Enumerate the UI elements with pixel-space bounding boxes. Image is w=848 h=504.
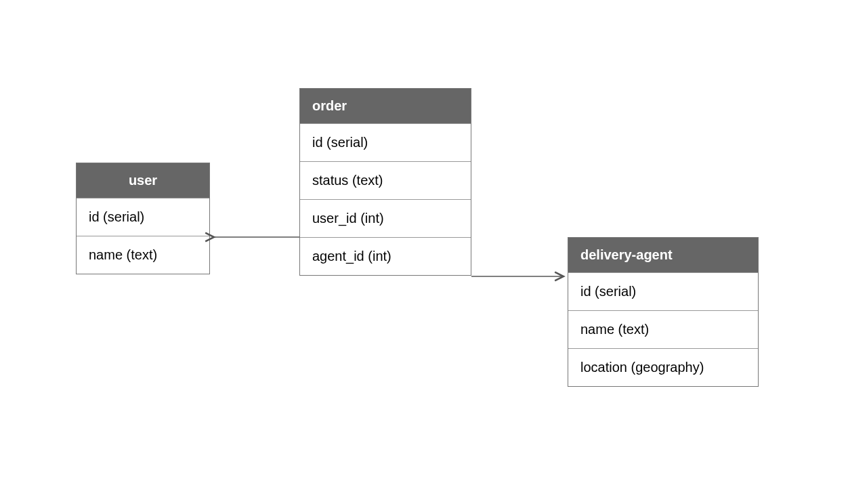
entity-user-field-name: name (text) bbox=[77, 236, 209, 274]
entity-delivery-agent-field-id: id (serial) bbox=[568, 272, 758, 310]
entity-user-field-id: id (serial) bbox=[77, 198, 209, 236]
entity-order-field-status: status (text) bbox=[300, 161, 471, 199]
entity-order-field-agent-id: agent_id (int) bbox=[300, 237, 471, 275]
entity-delivery-agent-field-name: name (text) bbox=[568, 310, 758, 348]
entity-user: user id (serial) name (text) bbox=[76, 163, 210, 274]
entity-order-field-id: id (serial) bbox=[300, 123, 471, 161]
entity-delivery-agent-header: delivery-agent bbox=[568, 238, 758, 272]
er-diagram-canvas: user id (serial) name (text) order id (s… bbox=[0, 0, 848, 504]
entity-delivery-agent: delivery-agent id (serial) name (text) l… bbox=[568, 237, 759, 387]
entity-order-header: order bbox=[300, 89, 471, 123]
entity-delivery-agent-field-location: location (geography) bbox=[568, 348, 758, 386]
entity-user-header: user bbox=[77, 163, 209, 198]
entity-order: order id (serial) status (text) user_id … bbox=[299, 88, 471, 276]
entity-order-field-user-id: user_id (int) bbox=[300, 199, 471, 237]
